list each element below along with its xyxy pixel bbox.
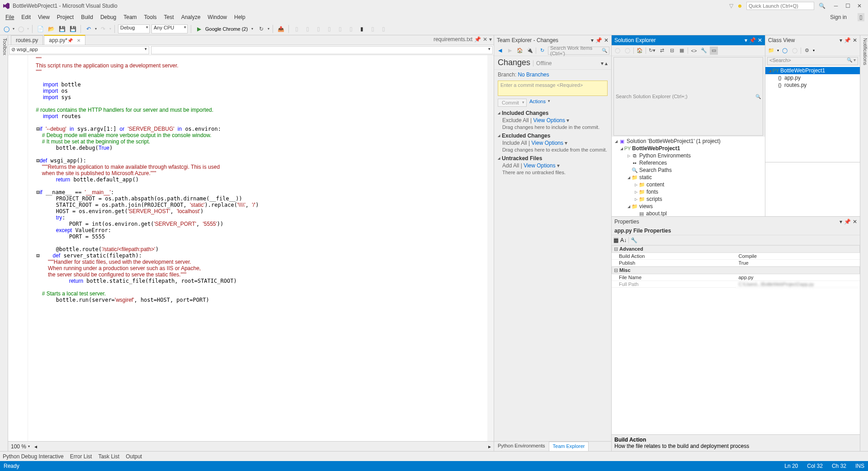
sol-collapse-icon[interactable]: ⊟ [668,47,676,55]
menu-help[interactable]: Help [231,13,249,21]
tb-icon-1[interactable]: ▯ [292,24,301,33]
tab-requirements[interactable]: requirements.txt [434,36,472,43]
props-pages-icon[interactable]: 🔧 [631,237,637,243]
row-static[interactable]: ◢📁static [612,174,765,181]
commit-button[interactable]: Commit [498,99,527,107]
sol-props-icon[interactable]: 🔧 [700,47,708,55]
cv-pos-icon[interactable]: ▾ [840,37,842,43]
untracked-header[interactable]: Untracked Files [498,155,608,162]
actions-dropdown[interactable]: Actions [529,99,550,107]
tab-output[interactable]: Output [126,453,142,460]
cv-app-row[interactable]: {}app.py [765,74,860,81]
sol-search-input[interactable]: Search Solution Explorer (Ctrl+;) [613,57,763,136]
solution-tree[interactable]: ◢▣Solution 'BottleWebProject1' (1 projec… [612,137,765,216]
view-options-2[interactable]: View Options [532,140,563,146]
new-project-icon[interactable]: 📄 [36,24,45,33]
code-text[interactable]: """ This script runs the application usi… [28,55,487,441]
toolbox-tab[interactable]: Toolbox [0,35,8,451]
prop-filename-val[interactable]: app.py [736,274,860,281]
tab-python-debug[interactable]: Python Debug Interactive [3,453,64,460]
scope-combo[interactable]: ⊘ wsgi_app [9,46,149,54]
browser-refresh-icon[interactable]: ↻ [257,24,266,33]
team-home-icon[interactable]: 🏠 [516,47,524,55]
zoom-combo[interactable]: 100 % [11,443,26,450]
save-icon[interactable]: 💾 [57,24,66,33]
menu-test[interactable]: Test [160,13,178,21]
member-combo[interactable] [151,46,493,54]
row-views[interactable]: ◢📁views [612,203,765,210]
scroll-left-icon[interactable]: ◂ [34,443,37,450]
team-connect-icon[interactable]: 🔌 [526,47,534,55]
menu-edit[interactable]: Edit [18,13,34,21]
publish-icon[interactable]: 📤 [276,24,285,33]
view-options-1[interactable]: View Options [533,117,565,124]
sol-show-all-icon[interactable]: ▦ [678,47,686,55]
tab-overflow-icon[interactable]: ▾ [489,36,492,43]
team-search-input[interactable]: Search Work Items (Ctrl+') [548,47,609,55]
nav-forward-icon[interactable]: ◯ [16,24,25,33]
start-icon[interactable]: ▶ [194,24,203,33]
tab-routes[interactable]: routes.py [11,35,43,45]
tb-icon-8[interactable]: ▯ [368,24,377,33]
sol-code-icon[interactable]: <> [690,47,698,55]
sol-pos-icon[interactable]: ▾ [745,37,747,43]
cat-advanced[interactable]: Advanced [612,245,860,253]
close-panel-icon[interactable]: ✕ [604,37,609,43]
menu-build[interactable]: Build [77,13,97,21]
tb-icon-4[interactable]: ▯ [325,24,334,33]
branch-link[interactable]: No Branches [518,71,549,78]
open-icon[interactable]: 📂 [47,24,56,33]
save-all-icon[interactable]: 💾 [68,24,77,33]
section-dropdown-icon[interactable]: ▾ [601,60,604,67]
menu-debug[interactable]: Debug [97,13,120,21]
account-icon[interactable]: ▯ [858,13,864,21]
menu-analyze[interactable]: Analyze [178,13,204,21]
quick-launch-input[interactable] [746,2,814,10]
maximize-button[interactable]: ☐ [842,3,854,9]
sol-back-icon[interactable]: ◯ [613,47,622,55]
search-icon[interactable]: 🔍 [819,3,826,9]
row-searchpaths[interactable]: 🔍Search Paths [612,167,765,174]
commit-message-input[interactable]: Enter a commit message <Required> [498,81,608,96]
tab-app[interactable]: app.py*📌✕ [44,35,85,45]
sol-pin-icon[interactable]: 📌 [749,37,756,43]
prop-build-action-val[interactable]: Compile [736,253,860,260]
undo-icon[interactable]: ↶ [84,24,93,33]
cv-back-icon[interactable]: ◯ [781,47,789,55]
start-label[interactable]: Google Chrome (2) [205,26,248,32]
prop-publish-val[interactable]: True [736,260,860,266]
menu-window[interactable]: Window [204,13,231,21]
cv-routes-row[interactable]: {}routes.py [765,81,860,89]
class-tree[interactable]: ◢PYBottleWebProject1 {}app.py {}routes.p… [765,66,860,162]
properties-grid[interactable]: Advanced Build Action Compile Publish Tr… [612,245,860,434]
props-pin-icon[interactable]: 📌 [844,219,851,225]
close-button[interactable]: ✕ [854,3,865,9]
preview-pin-icon[interactable]: 📌 [474,36,481,43]
row-refs[interactable]: ▪▪References [612,159,765,167]
sol-forward-icon[interactable]: ◯ [623,47,632,55]
platform-combo[interactable]: Any CPU [151,24,188,33]
menu-tools[interactable]: Tools [141,13,160,21]
cv-settings-icon[interactable]: ⚙ [803,47,811,55]
props-cat-icon[interactable]: ▦ [613,237,618,243]
menu-view[interactable]: View [34,13,53,21]
props-pos-icon[interactable]: ▾ [840,219,842,225]
vertical-scrollbar[interactable] [487,55,494,441]
sol-sync-icon[interactable]: ⇄ [658,47,666,55]
row-pyenv[interactable]: ▷⧉Python Environments [612,152,765,159]
python-env-tab[interactable]: Python Environments [494,442,549,451]
cv-fwd-icon[interactable]: ◯ [791,47,799,55]
row-project[interactable]: ◢PYBottleWebProject1 [612,145,765,152]
sol-preview-icon[interactable]: ▭ [710,47,718,55]
notifications-tab[interactable]: Notifications [860,35,868,451]
code-editor[interactable]: """ This script runs the application usi… [8,55,494,441]
pin-icon[interactable]: 📌 [67,38,73,43]
props-az-icon[interactable]: A↓ [620,237,627,243]
nav-back-icon[interactable]: ◯ [2,24,11,33]
cat-misc[interactable]: Misc [612,266,860,274]
redo-icon[interactable]: ↷ [99,24,108,33]
row-content[interactable]: ▷📁content [612,181,765,188]
menu-file[interactable]: File [2,13,18,21]
window-pos-icon[interactable]: ▾ [591,37,594,43]
team-back-icon[interactable]: ◀ [496,47,504,55]
